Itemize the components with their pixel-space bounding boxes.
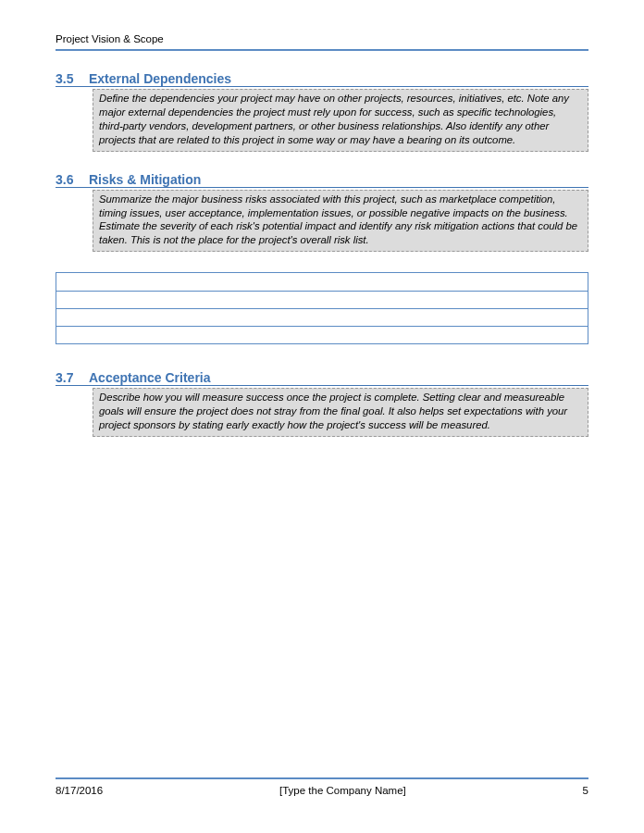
footer-line: 8/17/2016 [Type the Company Name] 5 bbox=[56, 785, 588, 796]
section-heading: 3.7 Acceptance Criteria bbox=[56, 370, 588, 386]
section-heading: 3.5 External Dependencies bbox=[56, 71, 588, 87]
section-body[interactable]: Describe how you will measure success on… bbox=[93, 388, 588, 437]
section-title: Risks & Mitigation bbox=[89, 172, 201, 187]
section-risks-mitigation: 3.6 Risks & Mitigation Summarize the maj… bbox=[56, 172, 588, 253]
document-page: Project Vision & Scope 3.5 External Depe… bbox=[0, 0, 644, 833]
footer-company-placeholder[interactable]: [Type the Company Name] bbox=[103, 785, 582, 796]
input-grid-table[interactable] bbox=[56, 272, 588, 344]
footer-page-number: 5 bbox=[583, 785, 588, 796]
table-row[interactable] bbox=[56, 273, 588, 291]
table-row[interactable] bbox=[56, 326, 588, 343]
section-number: 3.5 bbox=[56, 71, 78, 86]
footer-rule bbox=[56, 777, 588, 779]
table-row[interactable] bbox=[56, 308, 588, 326]
header-rule bbox=[56, 49, 588, 51]
footer-date: 8/17/2016 bbox=[56, 785, 103, 796]
page-header-title: Project Vision & Scope bbox=[56, 33, 588, 44]
section-number: 3.7 bbox=[56, 370, 78, 385]
section-acceptance-criteria: 3.7 Acceptance Criteria Describe how you… bbox=[56, 370, 588, 437]
section-title: Acceptance Criteria bbox=[89, 370, 211, 385]
section-external-dependencies: 3.5 External Dependencies Define the dep… bbox=[56, 71, 588, 152]
table-row[interactable] bbox=[56, 291, 588, 308]
section-heading: 3.6 Risks & Mitigation bbox=[56, 172, 588, 188]
section-body[interactable]: Define the dependencies your project may… bbox=[93, 89, 588, 152]
section-body[interactable]: Summarize the major business risks assoc… bbox=[93, 190, 588, 253]
section-title: External Dependencies bbox=[89, 71, 231, 86]
page-footer: 8/17/2016 [Type the Company Name] 5 bbox=[56, 777, 588, 796]
section-number: 3.6 bbox=[56, 172, 78, 187]
